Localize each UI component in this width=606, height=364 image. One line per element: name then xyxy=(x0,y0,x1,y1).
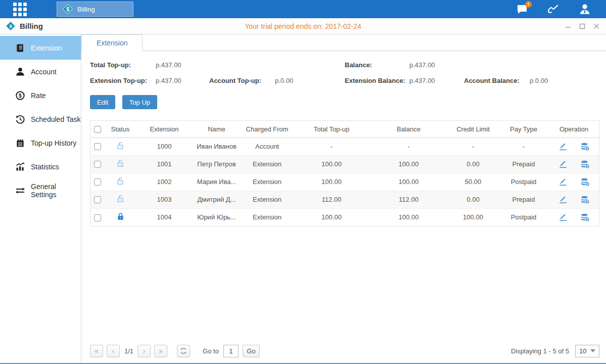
taskbar-tab-billing[interactable]: $ Billing xyxy=(57,2,133,17)
taskbar-tab-label: Billing xyxy=(77,6,95,13)
edit-icon[interactable] xyxy=(558,159,568,169)
app-grid-icon[interactable] xyxy=(0,0,39,18)
sidebar-item-rate[interactable]: $ Rate xyxy=(0,83,81,107)
col-status: Status xyxy=(105,121,136,138)
chevron-down-icon xyxy=(590,349,595,352)
locked-icon xyxy=(116,212,125,221)
first-page-button[interactable]: « xyxy=(90,345,103,357)
svg-text:$: $ xyxy=(19,93,22,98)
sidebar-item-account[interactable]: Account xyxy=(0,60,81,83)
billing-app-icon: $ xyxy=(5,21,16,31)
extension-topup-label: Extension Top-up: xyxy=(90,73,156,88)
sidebar-item-extension[interactable]: Extension xyxy=(0,36,81,60)
table-row[interactable]: 1001 Петр Петров Extension 100.00 100.00… xyxy=(90,155,599,173)
row-checkbox[interactable] xyxy=(94,178,101,186)
row-checkbox[interactable] xyxy=(94,196,101,203)
balance-label: Balance: xyxy=(345,57,409,73)
tab-strip: Extension xyxy=(81,34,606,51)
row-checkbox[interactable] xyxy=(94,143,101,150)
minimize-icon[interactable] xyxy=(565,23,572,30)
edit-icon[interactable] xyxy=(558,195,568,205)
table-row[interactable]: 1004 Юрий Юрь... Extension 100.00 100.00… xyxy=(90,208,599,226)
account-topup-value: p.0.00 xyxy=(275,73,345,88)
col-charged-from: Charged From xyxy=(241,121,294,138)
tab-extension[interactable]: Extension xyxy=(81,34,143,51)
unlocked-icon xyxy=(116,194,125,204)
refresh-button[interactable] xyxy=(177,345,190,357)
sidebar-item-label: Scheduled Task xyxy=(31,115,81,123)
col-pay-type: Pay Type xyxy=(498,121,549,138)
history-clock-icon xyxy=(15,114,25,124)
account-balance-value: p.0.00 xyxy=(530,73,599,88)
edit-icon[interactable] xyxy=(558,142,568,152)
chat-icon[interactable]: ! xyxy=(515,2,529,16)
edit-icon[interactable] xyxy=(558,177,568,187)
edit-button[interactable]: Edit xyxy=(90,95,115,109)
unlocked-icon xyxy=(116,141,125,151)
sidebar-item-topup-history[interactable]: Top-up History xyxy=(0,131,81,155)
window-title: Billing xyxy=(20,22,43,30)
diamond-dollar-icon: $ xyxy=(62,4,73,15)
col-balance: Balance xyxy=(369,121,448,138)
chart-icon[interactable] xyxy=(546,2,561,16)
sliders-icon xyxy=(15,186,25,196)
trial-notice: Your trial period ends on: 2017-02-24 xyxy=(0,22,606,30)
ledger-icon xyxy=(15,43,25,53)
go-button[interactable]: Go xyxy=(243,345,260,357)
total-topup-value: p.437.00 xyxy=(156,57,209,73)
sidebar-item-label: Account xyxy=(31,68,57,76)
topup-icon[interactable]: $ xyxy=(580,159,590,169)
topup-icon[interactable]: $ xyxy=(580,212,590,222)
col-operation: Operation xyxy=(549,121,599,138)
topup-icon[interactable]: $ xyxy=(580,142,590,152)
maximize-icon[interactable] xyxy=(579,23,586,30)
page-size-value: 10 xyxy=(579,347,586,355)
pagination-bar: « ‹ 1/1 › » Go to Go Displaying 1 - 5 of… xyxy=(90,341,599,363)
sidebar-item-label: Statistics xyxy=(31,163,59,171)
extension-balance-label: Extension Balance: xyxy=(345,73,409,88)
topup-icon[interactable]: $ xyxy=(580,195,590,205)
close-icon[interactable] xyxy=(593,23,600,30)
topup-icon[interactable]: $ xyxy=(580,177,590,187)
user-icon[interactable] xyxy=(578,2,592,16)
col-credit-limit: Credit Limit xyxy=(448,121,498,138)
extension-table: Status Extension Name Charged From Total… xyxy=(90,120,599,226)
window-titlebar: $ Billing Your trial period ends on: 201… xyxy=(0,18,606,34)
col-name: Name xyxy=(193,121,241,138)
prev-page-button[interactable]: ‹ xyxy=(107,345,120,357)
unlocked-icon xyxy=(116,159,125,168)
sidebar-item-general-settings[interactable]: General Settings xyxy=(0,178,81,202)
top-up-button[interactable]: Top Up xyxy=(122,95,157,109)
table-header-row: Status Extension Name Charged From Total… xyxy=(90,121,599,138)
col-total-topup: Total Top-up xyxy=(294,121,369,138)
sidebar-item-label: Rate xyxy=(31,92,46,100)
row-checkbox[interactable] xyxy=(94,161,101,168)
notification-badge: ! xyxy=(525,1,532,8)
person-icon xyxy=(15,67,25,77)
unlocked-icon xyxy=(116,176,125,186)
page-size-select[interactable]: 10 xyxy=(575,345,599,357)
balance-value: p.437.00 xyxy=(409,57,464,73)
table-row[interactable]: 1000 Иван Иванов Account - - - - $ xyxy=(90,138,599,155)
goto-input[interactable] xyxy=(223,345,239,357)
summary-panel: Total Top-up: p.437.00 Extension Top-up:… xyxy=(90,57,599,88)
table-row[interactable]: 1002 Мария Ива... Extension 100.00 100.0… xyxy=(90,173,599,191)
sidebar: Extension Account $ Rate Scheduled Task xyxy=(0,34,81,363)
extension-topup-value: p.437.00 xyxy=(156,73,209,88)
topbar: $ Billing ! xyxy=(0,0,606,18)
next-page-button[interactable]: › xyxy=(137,345,151,357)
last-page-button[interactable]: » xyxy=(154,345,167,357)
svg-text:$: $ xyxy=(10,24,12,29)
extension-balance-value: p.437.00 xyxy=(409,73,464,88)
sidebar-item-label: Extension xyxy=(31,44,62,52)
row-checkbox[interactable] xyxy=(94,214,101,221)
edit-icon[interactable] xyxy=(558,212,568,222)
notebook-icon xyxy=(15,138,25,148)
sidebar-item-scheduled-task[interactable]: Scheduled Task xyxy=(0,107,81,131)
account-balance-label: Account Balance: xyxy=(464,73,530,88)
sidebar-item-statistics[interactable]: Statistics xyxy=(0,155,81,178)
select-all-checkbox[interactable] xyxy=(94,126,101,133)
sidebar-item-label: General Settings xyxy=(31,183,81,199)
table-row[interactable]: 1003 Дмитрий Д... Extension 112.00 112.0… xyxy=(90,191,599,208)
dollar-circle-icon: $ xyxy=(15,90,25,101)
